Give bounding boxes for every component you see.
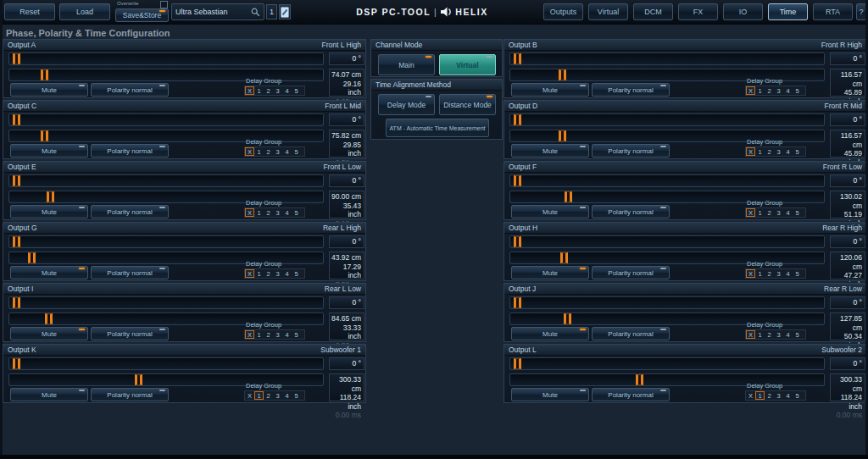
delay-group-option-5[interactable]: 5: [793, 330, 802, 339]
phase-value-box[interactable]: 0 °: [329, 113, 364, 126]
delay-group-option-x[interactable]: X: [746, 86, 755, 95]
mute-button[interactable]: Mute: [511, 266, 589, 279]
save-store-button[interactable]: Save&Store: [115, 8, 169, 22]
delay-group-option-1[interactable]: 1: [755, 330, 765, 339]
phase-slider-handle[interactable]: [13, 297, 20, 308]
delay-group-option-3[interactable]: 3: [273, 269, 282, 278]
delay-group-option-4[interactable]: 4: [783, 208, 793, 217]
delay-group-option-x[interactable]: X: [245, 208, 254, 217]
delay-group-option-1[interactable]: 1: [755, 391, 765, 400]
mute-button[interactable]: Mute: [10, 205, 88, 218]
mute-button[interactable]: Mute: [10, 388, 88, 401]
channel-mode-main-button[interactable]: Main: [378, 54, 435, 75]
delay-group-option-2[interactable]: 2: [264, 269, 273, 278]
delay-group-option-2[interactable]: 2: [264, 208, 273, 217]
polarity-button[interactable]: Polarity normal: [592, 388, 670, 401]
delay-group-option-4[interactable]: 4: [282, 391, 292, 400]
distance-mode-button[interactable]: Distance Mode: [439, 94, 496, 115]
delay-group-option-5[interactable]: 5: [292, 147, 301, 156]
delay-group-option-2[interactable]: 2: [765, 330, 774, 339]
phase-slider-handle[interactable]: [13, 175, 20, 186]
phase-slider[interactable]: [509, 357, 825, 370]
delay-group-option-1[interactable]: 1: [254, 269, 264, 278]
delay-group-option-x[interactable]: X: [245, 86, 254, 95]
edit-document-icon[interactable]: [279, 4, 291, 19]
nav-time-button[interactable]: Time: [768, 3, 808, 20]
polarity-button[interactable]: Polarity normal: [91, 327, 169, 340]
delay-group-option-4[interactable]: 4: [282, 269, 292, 278]
nav-io-button[interactable]: IO: [723, 3, 763, 20]
delay-group-option-2[interactable]: 2: [765, 86, 774, 95]
phase-slider[interactable]: [8, 235, 324, 248]
phase-slider-handle[interactable]: [514, 236, 521, 247]
delay-slider-handle[interactable]: [135, 374, 142, 385]
delay-group-option-5[interactable]: 5: [793, 269, 802, 278]
phase-value-box[interactable]: 0 °: [830, 53, 865, 65]
nav-dcm-button[interactable]: DCM: [633, 3, 673, 20]
delay-group-option-4[interactable]: 4: [783, 391, 793, 400]
phase-slider[interactable]: [509, 174, 825, 187]
polarity-button[interactable]: Polarity normal: [592, 83, 670, 97]
polarity-button[interactable]: Polarity normal: [91, 205, 169, 218]
phase-slider[interactable]: [8, 296, 324, 309]
channel-mode-virtual-button[interactable]: Virtual: [439, 54, 496, 75]
phase-slider-handle[interactable]: [13, 114, 20, 125]
mute-button[interactable]: Mute: [10, 266, 88, 279]
nav-outputs-button[interactable]: Outputs: [543, 3, 583, 20]
overwrite-checkbox[interactable]: [160, 1, 168, 8]
mute-button[interactable]: Mute: [511, 205, 589, 218]
phase-slider-handle[interactable]: [514, 358, 521, 369]
mute-button[interactable]: Mute: [10, 327, 88, 340]
phase-value-box[interactable]: 0 °: [329, 357, 364, 370]
phase-slider-handle[interactable]: [514, 53, 521, 64]
preset-number-box[interactable]: 1: [266, 4, 277, 19]
delay-group-option-3[interactable]: 3: [774, 147, 783, 156]
delay-group-option-4[interactable]: 4: [282, 147, 292, 156]
phase-slider-handle[interactable]: [514, 114, 521, 125]
delay-group-option-1[interactable]: 1: [755, 86, 765, 95]
phase-slider[interactable]: [509, 53, 825, 65]
delay-slider-handle[interactable]: [559, 69, 566, 80]
delay-group-option-3[interactable]: 3: [273, 391, 282, 400]
delay-group-option-x[interactable]: X: [245, 147, 254, 156]
delay-group-option-3[interactable]: 3: [273, 147, 282, 156]
delay-group-option-x[interactable]: X: [746, 269, 755, 278]
delay-group-option-x[interactable]: X: [746, 208, 755, 217]
delay-group-option-5[interactable]: 5: [793, 86, 802, 95]
delay-slider-handle[interactable]: [559, 130, 566, 141]
delay-group-option-1[interactable]: 1: [755, 208, 765, 217]
delay-group-option-1[interactable]: 1: [755, 269, 765, 278]
delay-group-option-x[interactable]: X: [245, 330, 254, 339]
polarity-button[interactable]: Polarity normal: [91, 144, 169, 158]
polarity-button[interactable]: Polarity normal: [91, 388, 169, 401]
delay-group-option-5[interactable]: 5: [292, 208, 301, 217]
delay-group-option-5[interactable]: 5: [292, 269, 301, 278]
polarity-button[interactable]: Polarity normal: [91, 266, 169, 279]
nav-fx-button[interactable]: FX: [678, 3, 718, 20]
delay-group-option-3[interactable]: 3: [774, 208, 783, 217]
delay-group-option-x[interactable]: X: [746, 330, 755, 339]
delay-group-option-2[interactable]: 2: [765, 269, 774, 278]
mute-button[interactable]: Mute: [10, 144, 88, 158]
nav-rta-button[interactable]: RTA: [813, 3, 853, 20]
delay-group-option-2[interactable]: 2: [264, 330, 273, 339]
mute-button[interactable]: Mute: [10, 83, 88, 97]
phase-value-box[interactable]: 0 °: [830, 296, 865, 309]
delay-group-option-2[interactable]: 2: [765, 391, 774, 400]
phase-slider-handle[interactable]: [13, 236, 20, 247]
delay-group-option-1[interactable]: 1: [254, 147, 264, 156]
delay-group-option-1[interactable]: 1: [254, 391, 264, 400]
delay-group-option-3[interactable]: 3: [774, 391, 783, 400]
delay-group-option-4[interactable]: 4: [783, 330, 793, 339]
atm-button[interactable]: ATM - Automatic Time Measurement: [386, 119, 489, 137]
reset-button[interactable]: Reset: [4, 3, 55, 20]
delay-slider-handle[interactable]: [560, 252, 568, 263]
phase-value-box[interactable]: 0 °: [329, 296, 364, 309]
phase-slider[interactable]: [8, 357, 324, 370]
polarity-button[interactable]: Polarity normal: [592, 266, 670, 279]
delay-group-option-2[interactable]: 2: [264, 147, 273, 156]
phase-value-box[interactable]: 0 °: [329, 53, 364, 65]
delay-group-option-4[interactable]: 4: [783, 147, 793, 156]
delay-group-option-x[interactable]: X: [245, 269, 254, 278]
setup-name-input[interactable]: Ultra Sebastian: [171, 3, 264, 20]
